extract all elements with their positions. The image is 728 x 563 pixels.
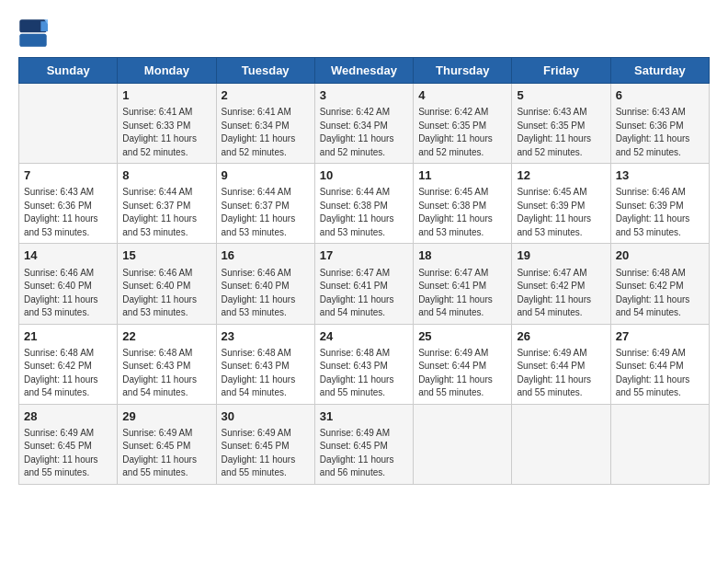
cell-info: Sunrise: 6:47 AM Sunset: 6:41 PM Dayligh… bbox=[320, 267, 408, 320]
cell-info: Sunrise: 6:42 AM Sunset: 6:34 PM Dayligh… bbox=[320, 106, 408, 159]
cell-info: Sunrise: 6:48 AM Sunset: 6:43 PM Dayligh… bbox=[222, 347, 310, 400]
day-number: 24 bbox=[320, 328, 408, 345]
logo-icon bbox=[18, 18, 48, 48]
calendar-cell: 9Sunrise: 6:44 AM Sunset: 6:37 PM Daylig… bbox=[216, 164, 314, 244]
day-number: 6 bbox=[616, 87, 704, 104]
calendar-cell: 18Sunrise: 6:47 AM Sunset: 6:41 PM Dayli… bbox=[414, 244, 512, 324]
cell-info: Sunrise: 6:49 AM Sunset: 6:44 PM Dayligh… bbox=[418, 347, 506, 400]
weekday-header: Sunday bbox=[19, 58, 118, 84]
calendar-cell: 26Sunrise: 6:49 AM Sunset: 6:44 PM Dayli… bbox=[512, 324, 610, 404]
calendar-cell: 15Sunrise: 6:46 AM Sunset: 6:40 PM Dayli… bbox=[118, 244, 216, 324]
cell-info: Sunrise: 6:46 AM Sunset: 6:40 PM Dayligh… bbox=[222, 267, 310, 320]
calendar-cell: 27Sunrise: 6:49 AM Sunset: 6:44 PM Dayli… bbox=[610, 324, 709, 404]
calendar-cell: 19Sunrise: 6:47 AM Sunset: 6:42 PM Dayli… bbox=[512, 244, 610, 324]
calendar-cell: 29Sunrise: 6:49 AM Sunset: 6:45 PM Dayli… bbox=[118, 404, 216, 484]
calendar-cell: 8Sunrise: 6:44 AM Sunset: 6:37 PM Daylig… bbox=[118, 164, 216, 244]
day-number: 30 bbox=[222, 408, 310, 425]
cell-info: Sunrise: 6:46 AM Sunset: 6:40 PM Dayligh… bbox=[24, 267, 112, 320]
cell-info: Sunrise: 6:49 AM Sunset: 6:44 PM Dayligh… bbox=[517, 347, 605, 400]
weekday-header: Friday bbox=[512, 58, 610, 84]
cell-info: Sunrise: 6:49 AM Sunset: 6:45 PM Dayligh… bbox=[320, 427, 408, 480]
calendar-cell: 2Sunrise: 6:41 AM Sunset: 6:34 PM Daylig… bbox=[216, 84, 314, 164]
day-number: 25 bbox=[418, 328, 506, 345]
day-number: 18 bbox=[418, 247, 506, 264]
day-number: 27 bbox=[616, 328, 704, 345]
calendar-week-row: 14Sunrise: 6:46 AM Sunset: 6:40 PM Dayli… bbox=[19, 244, 710, 324]
day-number: 22 bbox=[122, 328, 210, 345]
cell-info: Sunrise: 6:41 AM Sunset: 6:34 PM Dayligh… bbox=[222, 106, 310, 159]
svg-rect-1 bbox=[19, 34, 46, 47]
calendar-cell: 20Sunrise: 6:48 AM Sunset: 6:42 PM Dayli… bbox=[610, 244, 709, 324]
day-number: 20 bbox=[616, 247, 704, 264]
weekday-header: Saturday bbox=[610, 58, 709, 84]
day-number: 31 bbox=[320, 408, 408, 425]
logo bbox=[18, 18, 51, 48]
weekday-header: Wednesday bbox=[314, 58, 413, 84]
cell-info: Sunrise: 6:48 AM Sunset: 6:42 PM Dayligh… bbox=[24, 347, 112, 400]
calendar-cell: 31Sunrise: 6:49 AM Sunset: 6:45 PM Dayli… bbox=[314, 404, 413, 484]
calendar-cell: 4Sunrise: 6:42 AM Sunset: 6:35 PM Daylig… bbox=[414, 84, 512, 164]
day-number: 29 bbox=[122, 408, 210, 425]
cell-info: Sunrise: 6:47 AM Sunset: 6:41 PM Dayligh… bbox=[418, 267, 506, 320]
calendar-cell: 10Sunrise: 6:44 AM Sunset: 6:38 PM Dayli… bbox=[314, 164, 413, 244]
day-number: 10 bbox=[320, 167, 408, 184]
calendar-cell bbox=[610, 404, 709, 484]
calendar-cell: 30Sunrise: 6:49 AM Sunset: 6:45 PM Dayli… bbox=[216, 404, 314, 484]
calendar-cell: 1Sunrise: 6:41 AM Sunset: 6:33 PM Daylig… bbox=[118, 84, 216, 164]
calendar-cell: 21Sunrise: 6:48 AM Sunset: 6:42 PM Dayli… bbox=[19, 324, 118, 404]
day-number: 14 bbox=[24, 247, 112, 264]
calendar-cell: 5Sunrise: 6:43 AM Sunset: 6:35 PM Daylig… bbox=[512, 84, 610, 164]
cell-info: Sunrise: 6:47 AM Sunset: 6:42 PM Dayligh… bbox=[517, 267, 605, 320]
calendar-week-row: 7Sunrise: 6:43 AM Sunset: 6:36 PM Daylig… bbox=[19, 164, 710, 244]
cell-info: Sunrise: 6:42 AM Sunset: 6:35 PM Dayligh… bbox=[418, 106, 506, 159]
calendar-cell: 16Sunrise: 6:46 AM Sunset: 6:40 PM Dayli… bbox=[216, 244, 314, 324]
day-number: 11 bbox=[418, 167, 506, 184]
calendar-week-row: 28Sunrise: 6:49 AM Sunset: 6:45 PM Dayli… bbox=[19, 404, 710, 484]
weekday-header: Thursday bbox=[414, 58, 512, 84]
page-header bbox=[18, 18, 710, 48]
cell-info: Sunrise: 6:49 AM Sunset: 6:45 PM Dayligh… bbox=[24, 427, 112, 480]
day-number: 26 bbox=[517, 328, 605, 345]
calendar-cell: 3Sunrise: 6:42 AM Sunset: 6:34 PM Daylig… bbox=[314, 84, 413, 164]
calendar-cell: 25Sunrise: 6:49 AM Sunset: 6:44 PM Dayli… bbox=[414, 324, 512, 404]
cell-info: Sunrise: 6:41 AM Sunset: 6:33 PM Dayligh… bbox=[122, 106, 210, 159]
calendar-cell: 6Sunrise: 6:43 AM Sunset: 6:36 PM Daylig… bbox=[610, 84, 709, 164]
day-number: 13 bbox=[616, 167, 704, 184]
cell-info: Sunrise: 6:43 AM Sunset: 6:36 PM Dayligh… bbox=[24, 186, 112, 239]
cell-info: Sunrise: 6:46 AM Sunset: 6:39 PM Dayligh… bbox=[616, 186, 704, 239]
calendar-cell: 17Sunrise: 6:47 AM Sunset: 6:41 PM Dayli… bbox=[314, 244, 413, 324]
calendar-cell: 14Sunrise: 6:46 AM Sunset: 6:40 PM Dayli… bbox=[19, 244, 118, 324]
calendar-table: SundayMondayTuesdayWednesdayThursdayFrid… bbox=[18, 57, 710, 485]
calendar-cell: 7Sunrise: 6:43 AM Sunset: 6:36 PM Daylig… bbox=[19, 164, 118, 244]
weekday-header-row: SundayMondayTuesdayWednesdayThursdayFrid… bbox=[19, 58, 710, 84]
cell-info: Sunrise: 6:49 AM Sunset: 6:45 PM Dayligh… bbox=[222, 427, 310, 480]
cell-info: Sunrise: 6:48 AM Sunset: 6:42 PM Dayligh… bbox=[616, 267, 704, 320]
weekday-header: Monday bbox=[118, 58, 216, 84]
cell-info: Sunrise: 6:44 AM Sunset: 6:37 PM Dayligh… bbox=[222, 186, 310, 239]
day-number: 28 bbox=[24, 408, 112, 425]
cell-info: Sunrise: 6:49 AM Sunset: 6:44 PM Dayligh… bbox=[616, 347, 704, 400]
day-number: 12 bbox=[517, 167, 605, 184]
cell-info: Sunrise: 6:43 AM Sunset: 6:35 PM Dayligh… bbox=[517, 106, 605, 159]
cell-info: Sunrise: 6:45 AM Sunset: 6:39 PM Dayligh… bbox=[517, 186, 605, 239]
day-number: 5 bbox=[517, 87, 605, 104]
cell-info: Sunrise: 6:44 AM Sunset: 6:38 PM Dayligh… bbox=[320, 186, 408, 239]
calendar-cell: 23Sunrise: 6:48 AM Sunset: 6:43 PM Dayli… bbox=[216, 324, 314, 404]
cell-info: Sunrise: 6:49 AM Sunset: 6:45 PM Dayligh… bbox=[122, 427, 210, 480]
cell-info: Sunrise: 6:43 AM Sunset: 6:36 PM Dayligh… bbox=[616, 106, 704, 159]
day-number: 15 bbox=[122, 247, 210, 264]
day-number: 9 bbox=[222, 167, 310, 184]
calendar-week-row: 1Sunrise: 6:41 AM Sunset: 6:33 PM Daylig… bbox=[19, 84, 710, 164]
cell-info: Sunrise: 6:48 AM Sunset: 6:43 PM Dayligh… bbox=[320, 347, 408, 400]
calendar-cell bbox=[414, 404, 512, 484]
cell-info: Sunrise: 6:44 AM Sunset: 6:37 PM Dayligh… bbox=[122, 186, 210, 239]
calendar-cell: 11Sunrise: 6:45 AM Sunset: 6:38 PM Dayli… bbox=[414, 164, 512, 244]
day-number: 1 bbox=[122, 87, 210, 104]
cell-info: Sunrise: 6:46 AM Sunset: 6:40 PM Dayligh… bbox=[122, 267, 210, 320]
calendar-cell bbox=[512, 404, 610, 484]
calendar-cell: 22Sunrise: 6:48 AM Sunset: 6:43 PM Dayli… bbox=[118, 324, 216, 404]
calendar-cell: 28Sunrise: 6:49 AM Sunset: 6:45 PM Dayli… bbox=[19, 404, 118, 484]
day-number: 17 bbox=[320, 247, 408, 264]
day-number: 16 bbox=[222, 247, 310, 264]
cell-info: Sunrise: 6:45 AM Sunset: 6:38 PM Dayligh… bbox=[418, 186, 506, 239]
